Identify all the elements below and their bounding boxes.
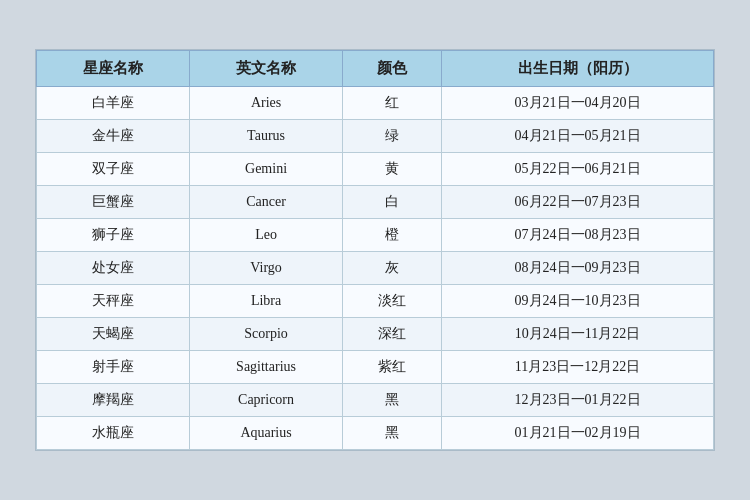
table-row: 金牛座Taurus绿04月21日一05月21日 — [37, 120, 714, 153]
cell-dates: 03月21日一04月20日 — [442, 87, 714, 120]
cell-english-name: Virgo — [190, 252, 343, 285]
cell-chinese-name: 白羊座 — [37, 87, 190, 120]
cell-color: 黄 — [343, 153, 442, 186]
cell-color: 深红 — [343, 318, 442, 351]
cell-color: 橙 — [343, 219, 442, 252]
cell-dates: 11月23日一12月22日 — [442, 351, 714, 384]
cell-dates: 10月24日一11月22日 — [442, 318, 714, 351]
table-row: 双子座Gemini黄05月22日一06月21日 — [37, 153, 714, 186]
table-row: 狮子座Leo橙07月24日一08月23日 — [37, 219, 714, 252]
cell-color: 黑 — [343, 384, 442, 417]
zodiac-table: 星座名称 英文名称 颜色 出生日期（阳历） 白羊座Aries红03月21日一04… — [36, 50, 714, 450]
cell-dates: 09月24日一10月23日 — [442, 285, 714, 318]
cell-dates: 01月21日一02月19日 — [442, 417, 714, 450]
table-row: 水瓶座Aquarius黑01月21日一02月19日 — [37, 417, 714, 450]
cell-chinese-name: 天蝎座 — [37, 318, 190, 351]
cell-color: 红 — [343, 87, 442, 120]
cell-english-name: Scorpio — [190, 318, 343, 351]
table-header-row: 星座名称 英文名称 颜色 出生日期（阳历） — [37, 51, 714, 87]
col-header-dates: 出生日期（阳历） — [442, 51, 714, 87]
cell-color: 淡红 — [343, 285, 442, 318]
cell-english-name: Gemini — [190, 153, 343, 186]
cell-english-name: Leo — [190, 219, 343, 252]
cell-english-name: Taurus — [190, 120, 343, 153]
table-row: 处女座Virgo灰08月24日一09月23日 — [37, 252, 714, 285]
table-row: 天秤座Libra淡红09月24日一10月23日 — [37, 285, 714, 318]
cell-chinese-name: 金牛座 — [37, 120, 190, 153]
cell-english-name: Libra — [190, 285, 343, 318]
col-header-english: 英文名称 — [190, 51, 343, 87]
cell-dates: 06月22日一07月23日 — [442, 186, 714, 219]
cell-english-name: Capricorn — [190, 384, 343, 417]
table-row: 天蝎座Scorpio深红10月24日一11月22日 — [37, 318, 714, 351]
cell-chinese-name: 水瓶座 — [37, 417, 190, 450]
cell-chinese-name: 巨蟹座 — [37, 186, 190, 219]
cell-chinese-name: 射手座 — [37, 351, 190, 384]
cell-chinese-name: 处女座 — [37, 252, 190, 285]
col-header-color: 颜色 — [343, 51, 442, 87]
cell-chinese-name: 狮子座 — [37, 219, 190, 252]
cell-chinese-name: 摩羯座 — [37, 384, 190, 417]
col-header-chinese: 星座名称 — [37, 51, 190, 87]
table-row: 白羊座Aries红03月21日一04月20日 — [37, 87, 714, 120]
table-body: 白羊座Aries红03月21日一04月20日金牛座Taurus绿04月21日一0… — [37, 87, 714, 450]
cell-dates: 12月23日一01月22日 — [442, 384, 714, 417]
table-row: 摩羯座Capricorn黑12月23日一01月22日 — [37, 384, 714, 417]
cell-dates: 07月24日一08月23日 — [442, 219, 714, 252]
table-row: 射手座Sagittarius紫红11月23日一12月22日 — [37, 351, 714, 384]
cell-dates: 04月21日一05月21日 — [442, 120, 714, 153]
cell-color: 灰 — [343, 252, 442, 285]
cell-dates: 05月22日一06月21日 — [442, 153, 714, 186]
cell-english-name: Cancer — [190, 186, 343, 219]
cell-color: 黑 — [343, 417, 442, 450]
cell-color: 绿 — [343, 120, 442, 153]
cell-english-name: Aries — [190, 87, 343, 120]
cell-english-name: Sagittarius — [190, 351, 343, 384]
table-row: 巨蟹座Cancer白06月22日一07月23日 — [37, 186, 714, 219]
cell-english-name: Aquarius — [190, 417, 343, 450]
cell-chinese-name: 双子座 — [37, 153, 190, 186]
zodiac-table-container: 星座名称 英文名称 颜色 出生日期（阳历） 白羊座Aries红03月21日一04… — [35, 49, 715, 451]
cell-color: 白 — [343, 186, 442, 219]
cell-dates: 08月24日一09月23日 — [442, 252, 714, 285]
cell-color: 紫红 — [343, 351, 442, 384]
cell-chinese-name: 天秤座 — [37, 285, 190, 318]
